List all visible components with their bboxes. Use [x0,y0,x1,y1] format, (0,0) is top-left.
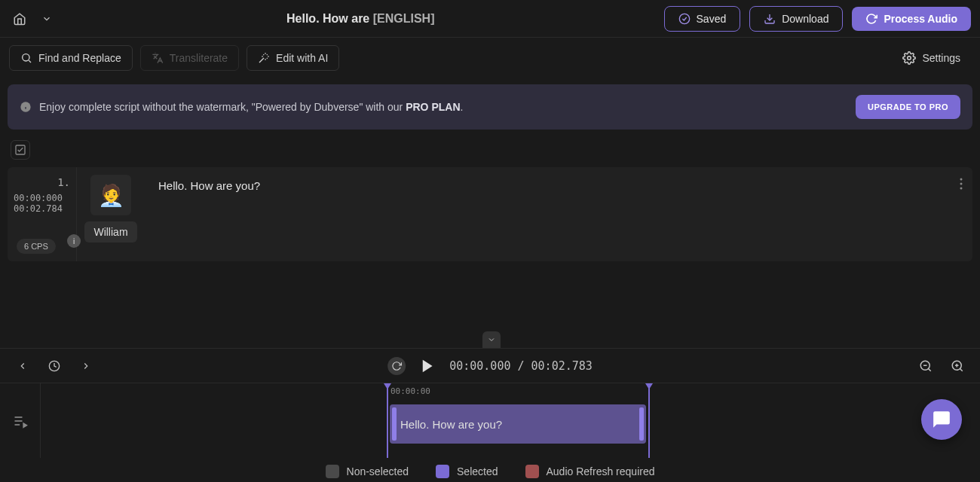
chevron-right-icon [81,361,91,371]
edit-ai-button[interactable]: Edit with AI [247,45,339,71]
timeline-start-marker[interactable] [387,383,388,458]
process-audio-button[interactable]: Process Audio [852,7,971,31]
download-label: Download [782,13,828,25]
svg-point-9 [960,178,963,181]
settings-label: Settings [922,52,960,64]
segment-menu-button[interactable] [950,167,972,261]
segment-speaker: 🧑‍💼 William [77,167,145,261]
timeline-tracks-button[interactable] [0,383,41,458]
playbar: 00:00.000 / 00:02.783 [0,348,980,383]
banner-text: Enjoy complete script without the waterm… [39,101,463,113]
svg-marker-24 [23,423,26,427]
segment-row[interactable]: 1. 00:00:000 00:02.784 6 CPS i 🧑‍💼 Willi… [8,167,972,261]
clip-handle-right[interactable] [639,407,644,441]
info-icon [20,101,32,113]
svg-marker-13 [423,359,433,372]
swatch-refresh [525,465,539,478]
segment-text[interactable]: Hello. How are you? [145,167,950,261]
svg-point-11 [960,188,963,190]
zoom-in-icon [951,359,964,373]
saved-label: Saved [697,13,727,25]
download-icon [764,13,776,25]
clip-text: Hello. How are you? [400,418,502,431]
clock-icon [48,360,60,372]
clip-handle-left[interactable] [392,407,397,441]
loop-icon [391,361,402,371]
speaker-avatar[interactable]: 🧑‍💼 [90,175,131,215]
transliterate-label: Transliterate [170,52,228,64]
svg-line-15 [928,368,930,371]
zoom-out-icon [919,359,933,373]
svg-point-0 [679,14,689,23]
svg-point-4 [908,56,911,60]
title-lang: [ENGLISH] [373,12,435,25]
chat-icon [932,410,951,429]
find-replace-label: Find and Replace [38,52,121,64]
chat-button[interactable] [921,399,962,440]
checkbox-icon [14,144,26,156]
select-all-checkbox[interactable] [11,140,30,160]
timeline-clip[interactable]: Hello. How are you? [390,404,646,444]
segment-meta: 1. 00:00:000 00:02.784 6 CPS i [8,167,77,261]
play-button[interactable] [419,358,436,374]
settings-button[interactable]: Settings [892,45,971,71]
zoom-out-button[interactable] [915,355,936,377]
dots-vertical-icon [960,178,963,190]
timeline[interactable]: 00:00:00 Hello. How are you? [0,383,980,458]
upgrade-pro-button[interactable]: UPGRADE TO PRO [856,95,960,119]
refresh-icon [865,13,877,25]
wand-icon [258,52,270,64]
play-icon [419,358,436,374]
saved-button[interactable]: Saved [664,6,741,32]
page-title: Hello. How are [ENGLISH] [57,12,664,26]
timeline-timestamp: 00:00:00 [390,386,430,396]
next-button[interactable] [75,355,96,377]
playlist-icon [13,413,28,429]
download-button[interactable]: Download [749,6,843,32]
info-icon[interactable]: i [67,234,81,248]
swatch-nonselected [326,465,339,478]
search-icon [20,52,32,64]
cps-badge: 6 CPS [17,239,56,254]
legend-refresh: Audio Refresh required [525,465,655,478]
gear-icon [902,51,916,65]
title-main: Hello. How are [286,12,373,25]
chevron-down-icon[interactable] [36,8,57,29]
process-label: Process Audio [884,13,957,25]
home-icon[interactable] [9,8,30,29]
loop-button[interactable] [387,357,406,375]
edit-ai-label: Edit with AI [276,52,328,64]
speaker-name-button[interactable]: William [84,221,136,243]
legend-nonselected: Non-selected [326,465,409,478]
check-circle-icon [678,13,691,25]
chevron-down-icon [487,335,496,344]
time-display: 00:00.000 / 00:02.783 [449,359,593,373]
translate-icon [152,52,164,64]
svg-line-18 [960,368,962,371]
clock-button[interactable] [44,355,65,377]
svg-line-3 [29,60,31,63]
prev-button[interactable] [12,355,33,377]
find-replace-button[interactable]: Find and Replace [9,45,133,71]
timeline-end-marker[interactable] [648,383,650,458]
pro-banner: Enjoy complete script without the waterm… [8,84,972,130]
chevron-left-icon [17,361,28,371]
segment-start-time: 00:00:000 [14,193,70,203]
toolbar: Find and Replace Transliterate Edit with… [0,38,980,78]
svg-point-10 [960,183,963,185]
topbar: Hello. How are [ENGLISH] Saved Download … [0,0,980,38]
segment-index: 1. [14,176,70,188]
legend: Non-selected Selected Audio Refresh requ… [0,461,980,482]
legend-selected: Selected [436,465,498,478]
swatch-selected [436,465,449,478]
svg-point-2 [23,54,29,61]
transliterate-button[interactable]: Transliterate [140,45,239,71]
collapse-timeline-button[interactable] [482,331,501,348]
segment-end-time: 00:02.784 [14,203,70,214]
zoom-in-button[interactable] [947,355,968,377]
